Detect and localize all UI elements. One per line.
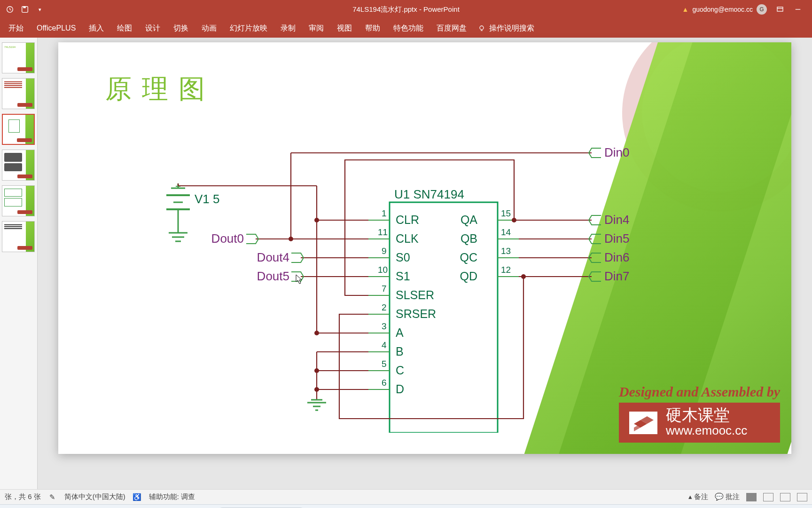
- svg-point-67: [314, 387, 319, 392]
- pin-qa: QA 15: [461, 208, 519, 226]
- svg-text:1: 1: [382, 208, 387, 218]
- pin-qd: QD 12: [460, 265, 519, 283]
- tab-review[interactable]: 审阅: [302, 20, 330, 37]
- svg-rect-2: [23, 7, 25, 8]
- tab-view[interactable]: 视图: [330, 20, 359, 37]
- status-bar: 张，共 6 张 ✎ 简体中文(中国大陆) ♿ 辅助功能: 调查 ▴ 备注 💬 批…: [0, 489, 812, 504]
- svg-text:12: 12: [501, 265, 511, 275]
- tab-design[interactable]: 设计: [139, 20, 167, 37]
- save-icon[interactable]: [21, 5, 29, 14]
- warning-icon: ▲: [682, 6, 689, 13]
- svg-text:7: 7: [382, 284, 387, 294]
- sorter-view-icon[interactable]: [763, 493, 773, 501]
- slide-thumbnails[interactable]: 74LS194: [0, 38, 38, 489]
- tab-record[interactable]: 录制: [274, 20, 302, 37]
- main-area: 74LS194 原理图: [0, 38, 812, 489]
- qat-dropdown-icon[interactable]: ▾: [36, 5, 44, 14]
- svg-point-65: [314, 331, 319, 335]
- svg-text:Din0: Din0: [604, 145, 629, 159]
- tab-help[interactable]: 帮助: [359, 20, 387, 37]
- tab-animations[interactable]: 动画: [195, 20, 223, 37]
- svg-text:CLR: CLR: [396, 213, 419, 226]
- svg-point-66: [314, 368, 319, 373]
- pin-srser: 2 SRSER: [368, 302, 436, 320]
- spellcheck-icon[interactable]: ✎: [48, 493, 57, 501]
- svg-point-64: [314, 218, 319, 222]
- avatar: G: [757, 4, 767, 15]
- thumbnail-1[interactable]: 74LS194: [2, 42, 35, 73]
- thumbnail-4[interactable]: [2, 150, 35, 181]
- svg-text:Din7: Din7: [604, 269, 629, 283]
- tab-slideshow[interactable]: 幻灯片放映: [223, 20, 274, 37]
- svg-text:15: 15: [501, 208, 511, 218]
- svg-point-73: [521, 274, 526, 279]
- tell-me-search[interactable]: 操作说明搜索: [478, 24, 534, 33]
- svg-text:A: A: [396, 326, 404, 339]
- windows-taskbar: 搜索 C P Ki ˄ 拼 ☁ 📶 🔇 🔋: [0, 504, 812, 508]
- schematic-diagram: V1 5 U1 SN74194 1 CLR 11 CLK 9: [105, 103, 697, 433]
- slide-count: 张，共 6 张: [5, 492, 41, 501]
- battery-symbol: [166, 183, 190, 241]
- notes-button[interactable]: ▴ 备注: [688, 492, 708, 501]
- svg-text:4: 4: [382, 340, 387, 350]
- svg-text:Dout4: Dout4: [257, 250, 289, 264]
- svg-text:Din6: Din6: [604, 250, 629, 264]
- brand-watermark: Designed and Assembled by 硬木课堂 www.emooc…: [619, 384, 780, 443]
- slideshow-view-icon[interactable]: [797, 493, 807, 501]
- svg-text:9: 9: [382, 246, 387, 256]
- tab-baidu[interactable]: 百度网盘: [430, 20, 473, 37]
- svg-rect-3: [777, 7, 783, 11]
- tab-officeplus[interactable]: OfficePLUS: [30, 20, 82, 36]
- pin-clr: 1 CLR: [368, 208, 419, 226]
- tab-draw[interactable]: 绘图: [110, 20, 139, 37]
- svg-text:Dout5: Dout5: [257, 269, 289, 283]
- svg-text:14: 14: [501, 227, 511, 237]
- tab-transitions[interactable]: 切换: [167, 20, 195, 37]
- quick-access-toolbar: ▾: [0, 5, 44, 14]
- ribbon-display-icon[interactable]: [775, 5, 785, 14]
- tab-features[interactable]: 特色功能: [387, 20, 430, 37]
- svg-point-63: [289, 237, 293, 241]
- thumbnail-6[interactable]: [2, 221, 35, 252]
- brand-url: www.emooc.cc: [666, 423, 747, 438]
- user-email: guodong@emooc.cc: [692, 6, 753, 13]
- accessibility-label[interactable]: 辅助功能: 调查: [149, 492, 195, 501]
- svg-text:QA: QA: [461, 213, 477, 226]
- normal-view-icon[interactable]: [746, 493, 757, 501]
- svg-text:13: 13: [501, 246, 511, 256]
- svg-text:3: 3: [382, 321, 387, 331]
- minimize-icon[interactable]: [793, 5, 803, 14]
- brand-logo-icon: [629, 412, 657, 434]
- slide-stage: 原理图 V1 5: [38, 38, 812, 489]
- title-bar: ▾ 74LS194流水灯.pptx - PowerPoint ▲ guodong…: [0, 0, 812, 19]
- pin-clk: 11 CLK: [368, 227, 419, 245]
- svg-text:D: D: [396, 382, 404, 396]
- svg-text:10: 10: [378, 265, 388, 275]
- thumbnail-5[interactable]: [2, 185, 35, 216]
- pin-a: 3 A: [368, 321, 404, 339]
- pin-slser: 7 SLSER: [368, 284, 434, 302]
- svg-point-6: [480, 26, 484, 30]
- accessibility-icon[interactable]: ♿: [133, 493, 141, 501]
- thumbnail-2[interactable]: [2, 78, 35, 109]
- thumbnail-3[interactable]: [2, 114, 35, 145]
- tab-insert[interactable]: 插入: [82, 20, 110, 37]
- current-slide[interactable]: 原理图 V1 5: [58, 42, 791, 454]
- autosave-toggle-icon[interactable]: [6, 5, 14, 14]
- pin-d: 6 D: [368, 378, 404, 396]
- language-indicator[interactable]: 简体中文(中国大陆): [64, 492, 125, 501]
- svg-text:CLK: CLK: [396, 232, 419, 245]
- comments-button[interactable]: 💬 批注: [715, 492, 740, 501]
- user-account[interactable]: ▲ guodong@emooc.cc G: [682, 4, 767, 15]
- reading-view-icon[interactable]: [780, 493, 790, 501]
- svg-text:SRSER: SRSER: [396, 307, 436, 320]
- pin-qb: QB 14: [461, 227, 519, 245]
- slide-title: 原理图: [105, 71, 215, 107]
- tab-home[interactable]: 开始: [2, 20, 30, 37]
- svg-text:QD: QD: [460, 270, 478, 283]
- svg-text:6: 6: [382, 378, 387, 388]
- svg-text:Dout0: Dout0: [211, 231, 244, 246]
- pin-b: 4 B: [368, 340, 404, 358]
- svg-text:C: C: [396, 364, 404, 377]
- svg-text:S0: S0: [396, 251, 410, 264]
